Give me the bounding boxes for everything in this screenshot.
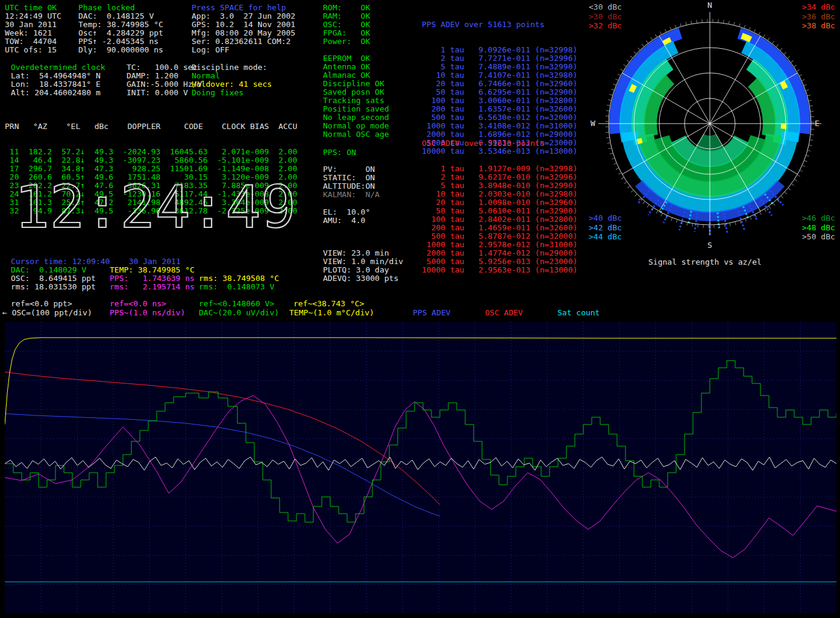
legend-scale-temp: TEMP~(1.0 m°C/div) (289, 309, 374, 317)
text-line: Ser: 0.82362611 COM:2 (192, 37, 295, 46)
legend-ref-osc: ref=<0.0 ppt> (11, 300, 72, 308)
help-version-panel: Press SPACE for helpApp: 3.0 27 Jun 2002… (192, 4, 295, 54)
trace-temp (5, 338, 836, 424)
text-line: UTC ofs: 15 (5, 46, 61, 54)
cursor-temp: TEMP: 38.749985 °C (110, 266, 195, 274)
text-line: Position saved (323, 105, 389, 113)
text-line: 5 tau 3.8948e-010 (n=32990) (422, 181, 577, 190)
text-line: Press SPACE for help (192, 4, 295, 12)
text-line: EEPROM OK (323, 54, 389, 63)
cursor-rms-pps: rms: 2.195714 ns (110, 283, 195, 291)
discipline-panel: Discipline mode:NormalHoldover: 41 secsD… (192, 63, 272, 97)
cursor-dac: DAC: 0.148029 V (11, 266, 86, 274)
text-line: Normal OSC age (323, 130, 389, 139)
main-plot[interactable] (5, 322, 836, 614)
text-line: 10 tau 2.0303e-010 (n=32980) (422, 190, 577, 198)
text-line: Saved posn OK (323, 88, 389, 96)
text-line: 1 tau 9.0926e-011 (n=32998) (422, 46, 577, 54)
view-queue-panel: VIEW: 23.0 minVIEW: 1.0 min/divPLOTQ: 3.… (323, 249, 403, 283)
text-line: 2 tau 9.6217e-010 (n=32996) (422, 173, 577, 181)
cursor-pps: PPS: 1.743639 ns (110, 274, 195, 283)
text-line: ROM: OK (323, 4, 370, 12)
text-line: 2 tau 7.7271e-011 (n=32996) (422, 54, 577, 63)
text-line: 10 tau 7.4107e-011 (n=32980) (422, 71, 577, 80)
text-line: TOW: 44704 (5, 37, 61, 46)
text-line: 1000 tau 2.9578e-012 (n=31000) (422, 241, 577, 249)
text-line: AMU: 4.0 (323, 216, 370, 225)
text-line: VIEW: 1.0 min/div (323, 257, 403, 266)
text-line: Overdetermined clock (11, 63, 105, 72)
text-line: 5000 tau 5.9256e-013 (n=23000) (422, 257, 577, 266)
text-line: 11 182.2 57.2↓ 49.3 -2024.93 16045.63 2.… (5, 148, 297, 156)
legend-pps-adev: PPS ADEV (413, 309, 451, 317)
legend-ref-dac: ref~<0.148060 V> (199, 300, 274, 308)
text-line: STATIC: ON (323, 174, 380, 182)
osc-adev-title: OSC ADEV over 51613 points (422, 139, 577, 148)
polar-caption: Signal strength vs az/el (648, 258, 762, 266)
text-line: INIT: 0.000 V (127, 89, 202, 97)
cursor-rms-dac: rms: 0.148073 V (199, 283, 274, 291)
trace-osc-adev (5, 372, 440, 505)
cursor-osc: OSC: 8.649415 ppt (11, 274, 96, 283)
plot-canvas (5, 322, 836, 614)
text-line: Dly: 90.000000 ns (78, 46, 163, 54)
text-line: 14 46.4 22.8↓ 49.3 -3097.23 5860.56 -5.1… (5, 156, 297, 165)
satellite-polar-plot[interactable] (589, 0, 838, 253)
compass-east-label: E (815, 119, 820, 128)
text-line: PLOTQ: 3.0 day (323, 266, 403, 274)
cursor-rms-temp: rms: 38.749508 °C (199, 274, 279, 283)
text-line: FPGA: OK (323, 29, 370, 37)
legend-ref-temp: ref~<38.743 °C> (293, 300, 364, 308)
text-line: PV: ON (323, 165, 380, 174)
text-line: Normal (192, 72, 272, 80)
text-line: Osc↑ 4.284229 ppt (78, 29, 163, 37)
text-line: Discipline mode: (192, 63, 272, 72)
text-line: 500 tau 5.8787e-012 (n=32000) (422, 232, 577, 241)
text-line: Alt: 204.46002480 m (11, 89, 105, 97)
text-line: VIEW: 23.0 min (323, 249, 403, 257)
legend-osc-adev: OSC ADEV (485, 309, 523, 317)
text-line: Week: 1621 (5, 29, 61, 37)
text-line: 30 Jan 2011 (5, 20, 61, 29)
text-line: Holdover: 41 secs (192, 80, 272, 89)
text-line: Lat: 54.4964948° N (11, 72, 105, 80)
trace-dac (5, 361, 836, 522)
text-line: Phase locked (78, 4, 163, 12)
text-line: 12:24:49 UTC (5, 12, 61, 20)
text-line: GAIN:-5.000 Hz/V (127, 80, 202, 89)
polar-plot-canvas (589, 0, 838, 253)
text-line: Almanac OK (323, 71, 389, 80)
pps-state: PPS: ON (323, 148, 356, 157)
text-line: Normal op mode (323, 122, 389, 130)
text-line: 100 tau 3.0060e-011 (n=32800) (422, 96, 577, 105)
cursor-time: Cursor time: 12:09:40 30 Jan 2011 (11, 257, 181, 266)
text-line: 20 tau 1.0098e-010 (n=32960) (422, 198, 577, 207)
phase-lock-panel: Phase lockedDAC: 0.148125 VTemp: 38.7499… (78, 4, 163, 54)
text-line: 500 tau 6.5630e-012 (n=32000) (422, 113, 577, 122)
trace-pps (5, 396, 836, 558)
compass-south-label: S (707, 241, 712, 250)
text-line: Lon: 18.4337841° E (11, 80, 105, 89)
el-amu-panel: EL: 10.0°AMU: 4.0 (323, 208, 370, 225)
text-line: TC: 100.0 sec (127, 63, 202, 72)
legend-ref-pps: ref=<0.0 ns> (110, 300, 166, 308)
text-line: No leap second (323, 113, 389, 122)
text-line: Temp: 38.749985 °C (78, 20, 163, 29)
text-line: 20 tau 6.7466e-011 (n=32960) (422, 80, 577, 88)
legend-scale-pps: PPS~(1.0 ns/div) (110, 309, 185, 317)
digital-clock: 12:24:49 (14, 176, 296, 239)
text-line: KALMAN: N/A (323, 191, 380, 199)
receiver-health-panel: EEPROM OKAntenna OKAlmanac OKDiscipline … (323, 54, 389, 139)
text-line: 200 tau 1.4659e-011 (n=32600) (422, 224, 577, 232)
text-line: 200 tau 1.6357e-011 (n=32600) (422, 105, 577, 113)
text-line: App: 3.0 27 Jun 2002 (192, 12, 295, 20)
osc-adev-table: OSC ADEV over 51613 points 1 tau 1.9127e… (422, 122, 577, 283)
text-line: 50 tau 6.6295e-011 (n=32900) (422, 88, 577, 96)
text-line: OSC: OK (323, 20, 370, 29)
legend-scale-dac: DAC~(20.0 uV/div) (199, 309, 279, 317)
text-line: EL: 10.0° (323, 208, 370, 216)
text-line: 50 tau 5.0610e-011 (n=32900) (422, 207, 577, 215)
text-line: 2000 tau 1.4774e-012 (n=29000) (422, 249, 577, 257)
loop-params-panel: TC: 100.0 secDAMP: 1.200GAIN:-5.000 Hz/V… (127, 63, 202, 97)
compass-west-label: W (591, 119, 595, 128)
